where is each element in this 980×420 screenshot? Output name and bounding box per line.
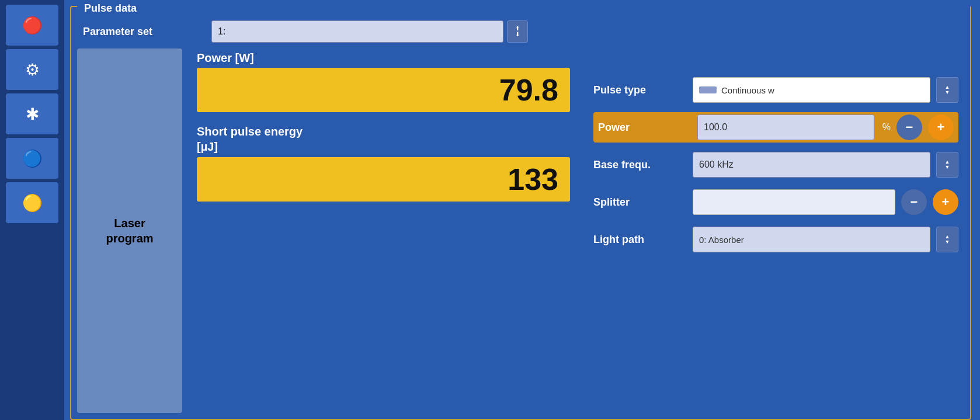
power-percent-label: Power <box>598 122 691 134</box>
sidebar-icon-3[interactable]: ✱ <box>6 93 58 134</box>
power-percent-row: Power % − + <box>593 112 958 143</box>
base-freq-label: Base frequ. <box>593 159 687 171</box>
power-w-value: 79.8 <box>197 68 570 112</box>
base-freq-spinner[interactable] <box>936 152 958 178</box>
splitter-label: Splitter <box>593 196 687 209</box>
pulse-data-section: Pulse data Parameter set Laserprogram Po… <box>70 6 971 420</box>
light-path-row: Light path 0: Absorber <box>593 224 958 255</box>
power-w-label: Power [W] <box>197 51 570 65</box>
splitter-row: Splitter − + <box>593 187 958 217</box>
sidebar-icon-2[interactable]: ⚙ <box>6 49 58 90</box>
center-panel: Power [W] 79.8 Short pulse energy[µJ] 13… <box>185 46 582 416</box>
sidebar-icon-4[interactable]: 🔵 <box>6 138 58 179</box>
power-w-group: Power [W] 79.8 <box>197 51 570 112</box>
parameter-set-label: Parameter set <box>83 26 200 38</box>
right-panel: Pulse type Continuous w Power % − + <box>582 46 967 416</box>
main-content: Pulse data Parameter set Laserprogram Po… <box>64 0 980 420</box>
sidebar: 🔴 ⚙ ✱ 🔵 🟡 <box>0 0 64 420</box>
splitter-plus-button[interactable]: + <box>933 189 958 215</box>
power-plus-button[interactable]: + <box>928 114 954 140</box>
power-minus-button[interactable]: − <box>896 114 922 140</box>
pulse-type-label: Pulse type <box>593 84 687 96</box>
pulse-type-row: Pulse type Continuous w <box>593 75 958 105</box>
power-percent-input[interactable] <box>697 114 874 140</box>
parameter-set-spinner[interactable] <box>507 20 528 43</box>
pulse-type-spinner[interactable] <box>936 77 958 103</box>
pulse-data-body: Laserprogram Power [W] 79.8 Short pulse … <box>71 43 970 419</box>
splitter-input[interactable] <box>693 189 895 215</box>
pulse-data-title: Pulse data <box>77 0 970 18</box>
sidebar-icon-1[interactable]: 🔴 <box>6 5 58 46</box>
pulse-type-input[interactable]: Continuous w <box>693 77 930 103</box>
power-unit: % <box>882 122 891 133</box>
pulse-type-value: Continuous w <box>721 85 774 95</box>
short-pulse-value: 133 <box>197 157 570 202</box>
short-pulse-label: Short pulse energy[µJ] <box>197 124 570 154</box>
splitter-minus-button[interactable]: − <box>901 189 927 215</box>
light-path-spinner[interactable] <box>936 227 958 252</box>
laser-program-label: Laserprogram <box>106 216 153 246</box>
parameter-set-row: Parameter set <box>71 18 970 43</box>
light-path-input[interactable]: 0: Absorber <box>693 227 930 252</box>
light-path-value: 0: Absorber <box>699 235 744 245</box>
short-pulse-energy-group: Short pulse energy[µJ] 133 <box>197 124 570 202</box>
light-path-label: Light path <box>593 234 687 246</box>
parameter-set-input-wrapper <box>211 20 958 43</box>
laser-program-panel[interactable]: Laserprogram <box>77 48 182 413</box>
parameter-set-input[interactable] <box>211 20 503 43</box>
base-freq-input[interactable] <box>693 152 930 178</box>
base-freq-row: Base frequ. <box>593 150 958 180</box>
sidebar-icon-5[interactable]: 🟡 <box>6 182 58 223</box>
pulse-type-prefix-icon <box>699 86 717 93</box>
